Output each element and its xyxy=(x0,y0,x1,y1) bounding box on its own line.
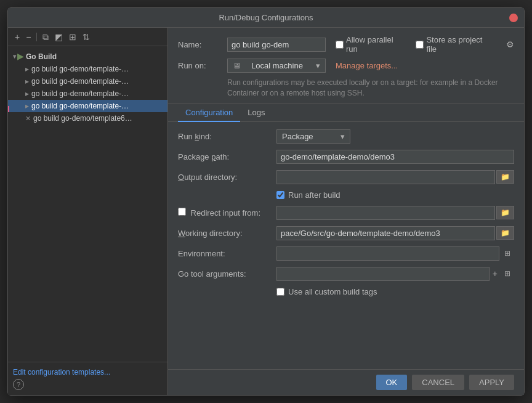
bottom-bar: OK CANCEL APPLY xyxy=(168,369,524,395)
store-as-project-text: Store as project file xyxy=(426,35,494,54)
working-dir-folder-button[interactable]: 📁 xyxy=(496,226,514,240)
go-build-parent[interactable]: ▾ ▶ Go Build xyxy=(8,50,167,63)
output-dir-input-group: 📁 xyxy=(276,170,514,184)
remove-config-button[interactable]: − xyxy=(24,31,33,43)
custom-tags-row: Use all custom build tags xyxy=(178,287,514,296)
save-config-button[interactable]: ◩ xyxy=(53,31,65,43)
ok-button[interactable]: OK xyxy=(376,375,408,390)
run-debug-dialog: Run/Debug Configurations + − ⧉ ◩ ⊞ ⇅ ▾ ▶… xyxy=(7,7,525,396)
run-kind-label: Run kind: xyxy=(178,132,276,141)
folder-config-button[interactable]: ⊞ xyxy=(67,31,78,43)
run-on-select[interactable]: 🖥 Local machine ▾ xyxy=(227,59,326,73)
chevron-down-icon: ▾ xyxy=(13,53,16,60)
allow-parallel-label[interactable]: Allow parallel run xyxy=(336,35,406,54)
run-after-build-label: Run after build xyxy=(288,190,341,200)
store-as-project-label[interactable]: Store as project file xyxy=(416,35,494,54)
config-panel: Run kind: Package ▾ Package path: xyxy=(168,122,524,369)
edit-templates-link[interactable]: Edit configuration templates... xyxy=(13,368,110,377)
redirect-input-group: 📁 xyxy=(276,206,514,220)
environment-label: Environment: xyxy=(178,249,276,258)
package-path-input[interactable] xyxy=(276,150,514,164)
working-dir-input[interactable] xyxy=(276,226,495,240)
environment-input[interactable] xyxy=(276,246,499,261)
dialog-title: Run/Debug Configurations xyxy=(219,13,313,22)
config-item-icon-3: ▸ xyxy=(25,102,29,110)
tab-configuration[interactable]: Configuration xyxy=(178,104,240,122)
run-on-row: Run on: 🖥 Local machine ▾ Manage targets… xyxy=(178,59,514,73)
redirect-input-label: Redirect input from: xyxy=(178,208,276,218)
add-config-button[interactable]: + xyxy=(13,31,22,43)
config-item-icon-2: ▸ xyxy=(25,89,29,98)
working-dir-label: Working directory: xyxy=(178,229,276,238)
go-build-icon: ▶ xyxy=(17,52,23,61)
settings-gear-button[interactable]: ⚙ xyxy=(506,39,514,49)
package-path-row: Package path: xyxy=(178,150,514,164)
custom-tags-label: Use all custom build tags xyxy=(288,287,377,296)
tree-item-label-3: go build go-demo/template-… xyxy=(31,102,129,110)
go-build-group: ▾ ▶ Go Build ▸ go build go-demo/template… xyxy=(8,49,167,126)
tree-item-2[interactable]: ▸ go build go-demo/template-… xyxy=(8,88,167,100)
go-tool-args-add-button[interactable]: + xyxy=(491,268,499,279)
store-as-project-checkbox[interactable] xyxy=(416,41,424,49)
run-after-build-row: Run after build xyxy=(178,190,514,200)
right-top-section: Name: Allow parallel run Store as projec… xyxy=(168,28,524,104)
redirect-input-folder-button[interactable]: 📁 xyxy=(496,206,514,219)
run-after-build-checkbox[interactable] xyxy=(276,191,284,199)
sort-config-button[interactable]: ⇅ xyxy=(81,31,92,43)
output-dir-row: Output directory: 📁 xyxy=(178,170,514,184)
right-panel: Name: Allow parallel run Store as projec… xyxy=(168,28,524,395)
tree-item-4[interactable]: ✕ go build go-demo/template6… xyxy=(8,112,167,124)
help-button[interactable]: ? xyxy=(13,379,24,390)
config-item-icon: ▸ xyxy=(25,65,29,73)
cancel-button[interactable]: CANCEL xyxy=(412,375,464,390)
left-footer: Edit configuration templates... ? xyxy=(8,362,167,395)
config-tree: ▾ ▶ Go Build ▸ go build go-demo/template… xyxy=(8,46,167,362)
hint-text: Run configurations may be executed local… xyxy=(178,78,514,99)
go-tool-args-input[interactable] xyxy=(276,267,490,281)
tree-item-label-0: go build go-demo/template-… xyxy=(31,65,129,73)
tree-item-label-1: go build go-demo/template-… xyxy=(31,77,129,86)
tree-item-label-2: go build go-demo/template-… xyxy=(31,89,129,98)
custom-tags-checkbox[interactable] xyxy=(276,288,284,296)
tabs-bar: Configuration Logs xyxy=(168,104,524,122)
name-row: Name: Allow parallel run Store as projec… xyxy=(178,35,514,54)
redirect-input-row: Redirect input from: 📁 xyxy=(178,206,514,220)
toolbar-separator xyxy=(36,33,37,41)
dialog-content: + − ⧉ ◩ ⊞ ⇅ ▾ ▶ Go Build ▸ go build xyxy=(8,28,524,395)
machine-icon: 🖥 xyxy=(233,61,241,70)
run-kind-value: Package xyxy=(282,132,313,141)
apply-button[interactable]: APPLY xyxy=(469,375,514,390)
close-button[interactable] xyxy=(509,14,518,22)
redirect-input-checkbox[interactable] xyxy=(178,208,186,216)
redirect-input-field[interactable] xyxy=(276,206,495,220)
run-on-value: Local machine xyxy=(251,61,303,70)
config-item-icon-4: ✕ xyxy=(25,115,31,123)
working-dir-row: Working directory: 📁 xyxy=(178,226,514,240)
package-path-label: Package path: xyxy=(178,152,276,161)
config-item-icon-1: ▸ xyxy=(25,77,29,86)
output-dir-folder-button[interactable]: 📁 xyxy=(496,170,514,184)
environment-row: Environment: ⊞ xyxy=(178,246,514,261)
run-on-label: Run on: xyxy=(178,61,227,70)
environment-expand-button[interactable]: ⊞ xyxy=(501,247,514,259)
selection-indicator xyxy=(8,106,9,112)
name-label: Name: xyxy=(178,40,227,49)
copy-config-button[interactable]: ⧉ xyxy=(41,31,50,43)
title-bar: Run/Debug Configurations xyxy=(8,8,524,28)
name-input[interactable] xyxy=(227,38,326,52)
tree-item-1[interactable]: ▸ go build go-demo/template-… xyxy=(8,75,167,88)
run-kind-select[interactable]: Package ▾ xyxy=(276,129,350,144)
manage-targets-link[interactable]: Manage targets... xyxy=(336,61,398,70)
tree-item-3[interactable]: ▸ go build go-demo/template-… xyxy=(8,100,167,112)
go-tool-args-row: Go tool arguments: + ⊞ xyxy=(178,267,514,281)
tree-item-0[interactable]: ▸ go build go-demo/template-… xyxy=(8,63,167,75)
output-dir-input[interactable] xyxy=(276,170,495,184)
go-tool-args-input-group: + ⊞ xyxy=(276,267,514,281)
go-tool-args-expand-button[interactable]: ⊞ xyxy=(501,267,514,280)
chevron-down-icon: ▾ xyxy=(316,61,320,70)
allow-parallel-text: Allow parallel run xyxy=(346,35,406,54)
environment-input-group: ⊞ xyxy=(276,246,514,261)
tab-logs[interactable]: Logs xyxy=(240,104,272,122)
allow-parallel-checkbox[interactable] xyxy=(336,41,344,49)
left-panel: + − ⧉ ◩ ⊞ ⇅ ▾ ▶ Go Build ▸ go build xyxy=(8,28,168,395)
